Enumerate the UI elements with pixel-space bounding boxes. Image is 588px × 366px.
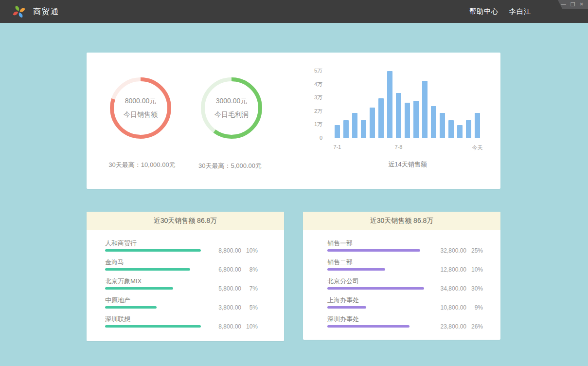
row-bar <box>105 249 201 252</box>
row-amount: 5,800.00 <box>204 285 241 292</box>
x-axis-tick: 7-1 <box>334 144 341 150</box>
today-sales-donut: 8000.00元 今日销售额 <box>109 77 172 139</box>
today-summary-card: 8000.00元 今日销售额 30天最高：10,000.00元 3000.00元… <box>87 53 500 189</box>
titlebar-links: 帮助中心 李白江 <box>469 0 531 23</box>
row-bar-track <box>327 306 424 309</box>
row-values: 5,800.00 7% <box>204 285 258 292</box>
row-bar <box>327 306 366 309</box>
row-bar-track <box>327 287 424 290</box>
sales-chart-x-axis: 7-17-8今天 <box>335 144 480 151</box>
today-sales-label: 今日销售额 <box>124 110 158 119</box>
daily-sales-bar <box>405 103 410 138</box>
customer-sales-card: 近30天销售额 86.8万 人和商贸行 8,800.00 10% 金海马 6,8… <box>87 212 284 341</box>
app-logo-icon <box>12 4 26 19</box>
row-percent: 10% <box>241 247 258 254</box>
daily-sales-bar <box>448 120 454 138</box>
row-amount: 32,800.00 <box>429 247 466 254</box>
daily-sales-bar <box>396 93 401 138</box>
row-values: 6,800.00 8% <box>204 266 258 273</box>
x-axis-tick: 今天 <box>472 144 483 151</box>
row-bar <box>327 268 385 271</box>
today-profit-30d-max: 30天最高：5,000.00元 <box>177 162 284 170</box>
y-axis-tick: 1万 <box>293 121 322 128</box>
row-values: 10,800.00 9% <box>429 304 483 311</box>
row-label: 深圳办事处 <box>327 316 500 323</box>
row-bar-track <box>105 325 201 328</box>
daily-sales-bar <box>335 125 340 138</box>
today-profit-label: 今日毛利润 <box>214 110 249 119</box>
daily-sales-bar <box>466 120 471 138</box>
sales-list-row: 销售二部 12,800.00 10% <box>303 259 500 271</box>
daily-sales-bar <box>361 120 366 138</box>
row-bar <box>327 287 424 290</box>
row-bar-track <box>327 325 424 328</box>
x-axis-tick: 7-8 <box>395 144 403 150</box>
sales-14d-bar-chart <box>335 68 480 138</box>
close-button[interactable]: ✕ <box>580 2 584 7</box>
row-amount: 23,800.00 <box>429 323 466 330</box>
sales-list-row: 深圳办事处 23,800.00 26% <box>303 316 500 328</box>
minimize-button[interactable]: — <box>561 2 566 7</box>
row-values: 8,800.00 10% <box>204 247 258 254</box>
daily-sales-bar <box>475 113 480 138</box>
row-amount: 34,800.00 <box>429 285 466 292</box>
row-bar-track <box>327 268 424 271</box>
row-label: 上海办事处 <box>327 297 500 304</box>
app-title: 商贸通 <box>33 7 59 17</box>
row-values: 3,800.00 5% <box>204 304 258 311</box>
row-label: 北京万象MIX <box>105 278 284 285</box>
y-axis-tick: 4万 <box>293 81 322 88</box>
sales-list-row: 销售一部 32,800.00 25% <box>303 240 500 252</box>
row-percent: 7% <box>241 285 258 292</box>
row-label: 金海马 <box>105 259 284 266</box>
row-bar-track <box>105 306 201 309</box>
daily-sales-bar <box>457 125 463 138</box>
row-label: 人和商贸行 <box>105 240 284 247</box>
titlebar[interactable]: 商贸通 帮助中心 李白江 — ❐ ✕ <box>0 0 588 23</box>
daily-sales-bar <box>343 120 349 138</box>
row-amount: 10,800.00 <box>429 304 466 311</box>
row-percent: 10% <box>241 323 258 330</box>
row-amount: 3,800.00 <box>204 304 241 311</box>
today-sales-donut-center: 8000.00元 今日销售额 <box>109 77 172 139</box>
row-bar <box>105 325 201 328</box>
customer-sales-list: 人和商贸行 8,800.00 10% 金海马 6,800.00 8% 北京万象M… <box>87 230 284 328</box>
y-axis-tick: 0 <box>293 134 322 141</box>
row-label: 销售一部 <box>327 240 500 247</box>
row-percent: 30% <box>466 285 483 292</box>
row-label: 销售二部 <box>327 259 500 266</box>
sales-list-row: 上海办事处 10,800.00 9% <box>303 297 500 309</box>
today-profit-donut-center: 3000.00元 今日毛利润 <box>200 77 263 139</box>
daily-sales-bar <box>378 98 384 138</box>
row-bar <box>105 306 157 309</box>
sales-list-row: 北京万象MIX 5,800.00 7% <box>87 278 284 290</box>
row-label: 北京分公司 <box>327 278 500 285</box>
daily-sales-bar <box>352 113 357 138</box>
maximize-button[interactable]: ❐ <box>570 2 575 7</box>
row-amount: 8,800.00 <box>204 247 241 254</box>
sales-chart-title: 近14天销售额 <box>347 160 468 169</box>
daily-sales-bar <box>413 101 419 138</box>
row-values: 12,800.00 10% <box>429 266 483 273</box>
daily-sales-bar <box>440 113 445 138</box>
user-menu[interactable]: 李白江 <box>509 7 531 16</box>
daily-sales-bar <box>431 106 436 138</box>
today-profit-value: 3000.00元 <box>216 97 248 106</box>
row-bar-track <box>105 249 201 252</box>
y-axis-tick: 3万 <box>293 94 322 101</box>
sales-list-row: 北京分公司 34,800.00 30% <box>303 278 500 290</box>
today-profit-donut: 3000.00元 今日毛利润 <box>200 77 263 139</box>
row-bar <box>105 268 190 271</box>
row-percent: 5% <box>241 304 258 311</box>
row-percent: 9% <box>466 304 483 311</box>
row-values: 34,800.00 30% <box>429 285 483 292</box>
sales-list-row: 中原地产 3,800.00 5% <box>87 297 284 309</box>
sales-chart-y-axis: 5万4万3万2万1万0 <box>293 67 322 141</box>
row-bar-track <box>105 287 201 290</box>
row-values: 23,800.00 26% <box>429 323 483 330</box>
row-amount: 6,800.00 <box>204 266 241 273</box>
row-percent: 26% <box>466 323 483 330</box>
row-percent: 10% <box>466 266 483 273</box>
help-center-link[interactable]: 帮助中心 <box>469 7 499 16</box>
row-label: 深圳联想 <box>105 316 284 323</box>
